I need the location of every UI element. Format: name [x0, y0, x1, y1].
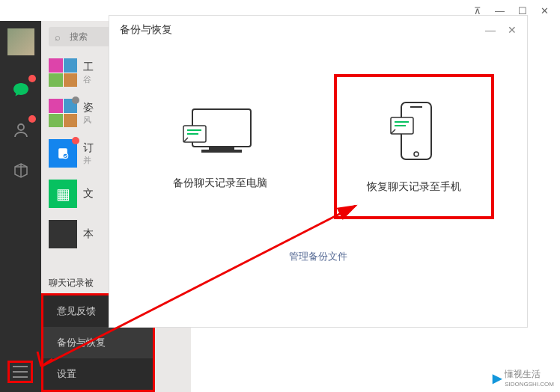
chat-avatar [49, 220, 77, 248]
menu-settings[interactable]: 设置 [43, 358, 153, 390]
watermark-logo-icon: ▶ [493, 371, 502, 385]
menu-backup-restore[interactable]: 备份与恢复 [43, 327, 153, 358]
svg-point-0 [18, 124, 24, 130]
favorites-tab-icon[interactable] [7, 157, 34, 184]
dialog-minimize-icon[interactable]: — [485, 24, 496, 36]
user-avatar[interactable] [7, 28, 34, 55]
unread-badge [28, 115, 36, 123]
manage-backup-link[interactable]: 管理备份文件 [289, 251, 347, 262]
subscription-avatar [49, 139, 77, 168]
restore-label: 恢复聊天记录至手机 [367, 180, 461, 194]
backup-to-pc-option[interactable]: 备份聊天记录至电脑 [143, 81, 297, 212]
backup-label: 备份聊天记录至电脑 [173, 177, 267, 190]
file-avatar: ▦ [49, 180, 77, 208]
phone-icon [388, 99, 440, 167]
watermark: ▶ 懂视生活 SIDONGSHI.COM [493, 368, 554, 388]
svg-rect-4 [209, 147, 234, 150]
close-icon[interactable]: ✕ [541, 5, 549, 16]
svg-point-10 [414, 152, 419, 156]
computer-icon [179, 103, 261, 163]
backup-restore-dialog: 备份与恢复 — ✕ 备份聊天记录至电脑 [109, 15, 528, 328]
dialog-close-icon[interactable]: ✕ [508, 24, 517, 36]
chat-tab-icon[interactable] [7, 76, 34, 103]
left-rail [0, 21, 41, 392]
unread-badge [28, 75, 36, 82]
menu-button[interactable] [7, 361, 33, 383]
restore-to-phone-option[interactable]: 恢复聊天记录至手机 [334, 74, 494, 219]
contacts-tab-icon[interactable] [7, 117, 34, 144]
svg-rect-5 [201, 150, 242, 153]
dialog-title: 备份与恢复 [120, 23, 172, 37]
group-avatar [49, 99, 77, 127]
search-icon: ⌕ [55, 31, 61, 43]
group-avatar [49, 58, 77, 87]
